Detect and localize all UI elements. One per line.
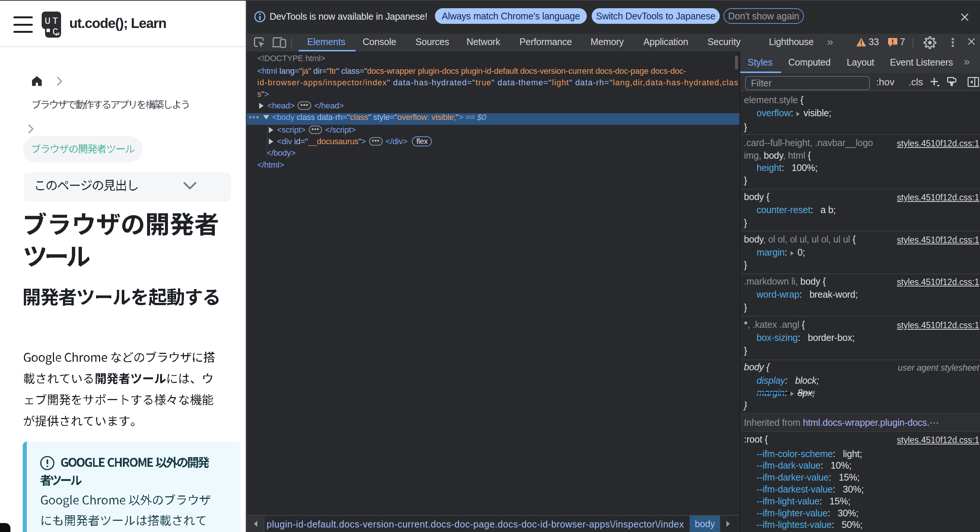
svg-text:C: C (52, 27, 58, 38)
svg-text:UT: UT (45, 16, 60, 27)
